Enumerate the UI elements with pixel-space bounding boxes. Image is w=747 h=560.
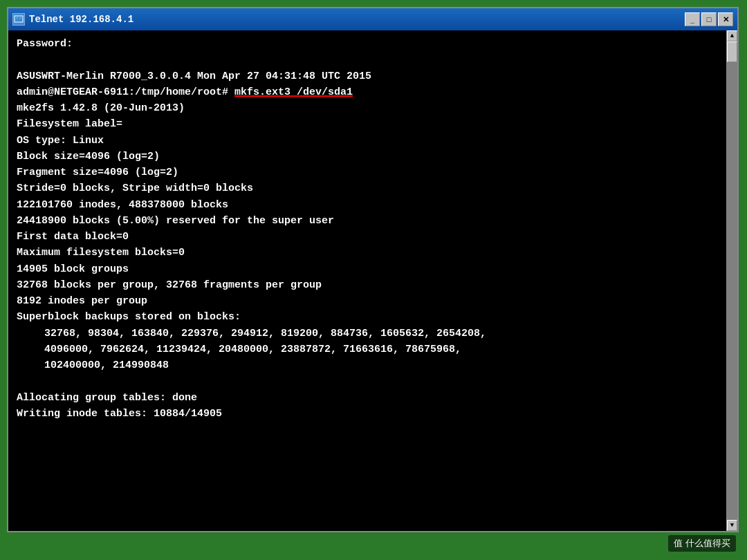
terminal-prompt: admin@NETGEAR-6911:/tmp/home/root# <box>17 86 234 98</box>
restore-button[interactable]: □ <box>701 12 717 26</box>
terminal-line-firstdata: First data block=0 <box>17 229 718 245</box>
terminal-area: Password: ASUSWRT-Merlin R7000_3.0.0.4 M… <box>8 30 737 531</box>
terminal-line-stride: Stride=0 blocks, Stripe width=0 blocks <box>17 180 718 196</box>
terminal-line-inodespg: 8192 inodes per group <box>17 293 718 309</box>
terminal-line-alloc: Allocating group tables: done <box>17 390 718 406</box>
terminal-line-bpg: 32768 blocks per group, 32768 fragments … <box>17 277 718 293</box>
terminal-line-maxfs: Maximum filesystem blocks=0 <box>17 245 718 261</box>
terminal-line-ostype: OS type: Linux <box>17 133 718 149</box>
terminal-line-writing: Writing inode tables: 10884/14905 <box>17 406 718 422</box>
minimize-button[interactable]: _ <box>685 12 700 26</box>
terminal-line-password: Password: <box>17 36 718 52</box>
terminal-line-mke2fs: mke2fs 1.42.8 (20-Jun-2013) <box>17 100 718 116</box>
terminal-line-inodes: 122101760 inodes, 488378000 blocks <box>17 197 718 213</box>
terminal-line-fragsize: Fragment size=4096 (log=2) <box>17 165 718 180</box>
terminal-line-banner: ASUSWRT-Merlin R7000_3.0.0.4 Mon Apr 27 … <box>17 68 718 84</box>
window-title: Telnet 192.168.4.1 <box>29 14 685 25</box>
telnet-window: Telnet 192.168.4.1 _ □ ✕ Password: ASUSW… <box>7 7 739 532</box>
scrollbar-thumb[interactable] <box>727 41 737 62</box>
svg-rect-2 <box>19 17 21 19</box>
watermark: 值 什么值得买 <box>668 535 736 552</box>
close-button[interactable]: ✕ <box>718 12 733 26</box>
scrollbar[interactable]: ▲ ▼ <box>726 30 737 531</box>
scrollbar-up-button[interactable]: ▲ <box>727 30 737 41</box>
scrollbar-down-button[interactable]: ▼ <box>727 520 737 531</box>
terminal-line-command: admin@NETGEAR-6911:/tmp/home/root# mkfs.… <box>17 84 718 100</box>
terminal-line-blocks1: 32768, 98304, 163840, 229376, 294912, 81… <box>17 326 718 342</box>
terminal-line-blocks3: 102400000, 214990848 <box>17 357 718 373</box>
terminal-output[interactable]: Password: ASUSWRT-Merlin R7000_3.0.0.4 M… <box>8 30 726 531</box>
scrollbar-track[interactable] <box>727 41 737 520</box>
svg-rect-0 <box>15 16 23 22</box>
terminal-line-blockgroups: 14905 block groups <box>17 261 718 277</box>
terminal-line-superblock: Superblock backups stored on blocks: <box>17 309 718 325</box>
title-bar: Telnet 192.168.4.1 _ □ ✕ <box>8 8 737 30</box>
terminal-line-reserved: 24418900 blocks (5.00%) reserved for the… <box>17 213 718 229</box>
terminal-line-fslabel: Filesystem label= <box>17 116 718 132</box>
terminal-command: mkfs.ext3 /dev/sda1 <box>234 86 353 98</box>
terminal-line-blocks2: 4096000, 7962624, 11239424, 20480000, 23… <box>17 342 718 357</box>
window-icon <box>12 13 25 26</box>
svg-rect-1 <box>16 17 18 19</box>
terminal-line-blank2 <box>17 373 718 389</box>
terminal-line-blank1 <box>17 52 718 68</box>
window-controls: _ □ ✕ <box>685 12 733 26</box>
terminal-line-blocksize: Block size=4096 (log=2) <box>17 149 718 165</box>
